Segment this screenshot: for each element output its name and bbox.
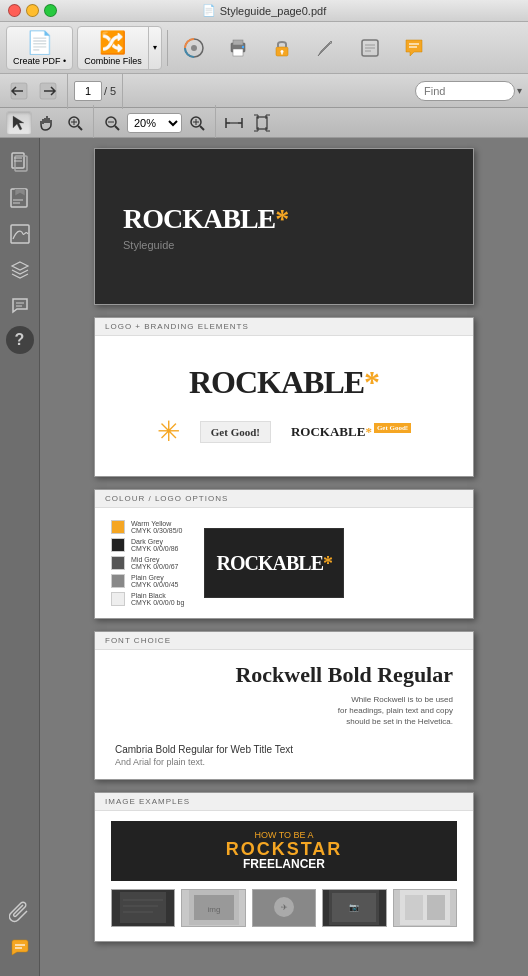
pencil-icon [312,34,340,62]
toolbar3-separator-2 [215,105,216,141]
swatch-mid-box [111,556,125,570]
page2-main-logo: ROCKABLE* [189,364,379,401]
swatch-mid: Mid Grey CMYK 0/0/0/67 [111,556,184,570]
swatch-yellow: Warm Yellow CMYK 0/30/85/0 [111,520,184,534]
thumbnail-4: 📷 [322,889,386,927]
swatch-yellow-label: Warm Yellow CMYK 0/30/85/0 [131,520,182,534]
minimize-button[interactable] [26,4,39,17]
swatch-white: Plain Black CMYK 0/0/0/0 bg [111,592,184,606]
swatch-white-label: Plain Black CMYK 0/0/0/0 bg [131,592,184,606]
page1-subtitle: Styleguide [123,239,174,251]
window-controls[interactable] [8,4,57,17]
toolbar-nav: / 5 ▾ [0,74,528,108]
selection-tool-button[interactable] [6,111,32,135]
combine-files-icon: 🔀 [99,30,126,56]
zoom-tool-button[interactable] [62,111,88,135]
maximize-button[interactable] [44,4,57,17]
security-button[interactable] [261,26,303,70]
find-input[interactable] [415,81,515,101]
thumbnail-2: img [181,889,245,927]
find-box: ▾ [415,81,522,101]
swatch-mid-label: Mid Grey CMYK 0/0/0/67 [131,556,178,570]
hand-tool-button[interactable] [34,111,60,135]
sidebar-item-signatures[interactable] [4,218,36,250]
swatch-white-box [111,592,125,606]
sidebar-item-chat[interactable] [4,932,36,964]
pdf-page-5: IMAGE EXAMPLES HOW TO BE A ROCKSTAR FREE… [94,792,474,942]
sidebar-item-comments[interactable] [4,290,36,322]
close-button[interactable] [8,4,21,17]
toolbar-main: 📄 Create PDF • 🔀 Combine Files ▾ [0,22,528,74]
image-thumbnails: img ✈ 📷 [111,889,457,927]
pdf-page-4: FONT CHOICE Rockwell Bold Regular While … [94,631,474,780]
sidebar-item-bookmarks[interactable] [4,182,36,214]
page-number-input[interactable] [74,81,102,101]
secondary-font-desc: And Arial for plain text. [115,757,453,767]
edit-button[interactable] [305,26,347,70]
total-pages: / 5 [104,85,116,97]
comment-button[interactable] [393,26,435,70]
fit-width-button[interactable] [221,111,247,135]
svg-point-5 [242,45,244,47]
forms-button[interactable] [349,26,391,70]
toolbar2-separator-2 [122,73,123,109]
sidebar-item-help[interactable]: ? [6,326,34,354]
primary-font-name: Rockwell Bold Regular [115,662,453,688]
swatch-plain-label: Plain Grey CMYK 0/0/0/45 [131,574,178,588]
svg-line-19 [78,126,82,130]
zoom-select[interactable]: 20% 50% 75% 100% 150% [127,113,182,133]
sidebar-item-attachments[interactable] [4,896,36,928]
swatch-dark-label: Dark Grey CMYK 0/0/0/86 [131,538,178,552]
primary-font-desc: While Rockwell is to be usedfor headings… [115,694,453,728]
lock-icon [268,34,296,62]
page1-logo: ROCKABLE* [123,203,288,235]
page3-content: Warm Yellow CMYK 0/30/85/0 Dark Grey CMY… [95,508,473,618]
page3-header: COLOUR / LOGO OPTIONS [95,490,473,508]
svg-line-23 [115,126,119,130]
dark-logo-preview: ROCKABLE* [204,528,344,598]
small-logo-with-tag: ROCKABLE*Get Good! [291,424,411,440]
toolbar2-separator-1 [67,73,68,109]
combine-files-main[interactable]: 🔀 Combine Files [78,28,148,68]
title-text: 📄 Styleguide_page0.pdf [202,4,326,17]
create-pdf-button[interactable]: 📄 Create PDF • [6,26,73,70]
title-bar: 📄 Styleguide_page0.pdf [0,0,528,22]
create-pdf-main[interactable]: 📄 Create PDF • [7,28,72,68]
page4-content: Rockwell Bold Regular While Rockwell is … [95,650,473,779]
print-button[interactable] [217,26,259,70]
back-button[interactable] [6,79,32,103]
zoom-out-button[interactable] [99,111,125,135]
window-title: Styleguide_page0.pdf [220,5,326,17]
sidebar-item-layers[interactable] [4,254,36,286]
swatch-plain-box [111,574,125,588]
find-dropdown-icon[interactable]: ▾ [517,85,522,96]
zoom-in-button[interactable] [184,111,210,135]
create-pdf-label: Create PDF • [13,56,66,66]
color-swatches: Warm Yellow CMYK 0/30/85/0 Dark Grey CMY… [111,520,184,606]
svg-point-1 [191,45,197,51]
swatch-plain: Plain Grey CMYK 0/0/0/45 [111,574,184,588]
combine-files-button[interactable]: 🔀 Combine Files ▾ [77,26,162,70]
swatch-dark-box [111,538,125,552]
star-icon: ✳ [157,415,180,448]
page2-header: LOGO + BRANDING ELEMENTS [95,318,473,336]
pdf-page-2: LOGO + BRANDING ELEMENTS ROCKABLE* ✳ Get… [94,317,474,477]
sidebar: ? [0,138,40,976]
svg-text:img: img [207,905,220,914]
svg-point-7 [280,50,283,53]
color-icon [180,34,208,62]
thumbnail-3: ✈ [252,889,316,927]
svg-text:📷: 📷 [349,902,359,912]
combine-files-dropdown[interactable]: ▾ [148,27,161,69]
rockstar-title: HOW TO BE A ROCKSTAR FREELANCER [226,831,343,870]
pdf-page-1: ROCKABLE* Styleguide [94,148,474,305]
pdf-content-area[interactable]: ROCKABLE* Styleguide LOGO + BRANDING ELE… [40,138,528,976]
comment-icon [400,34,428,62]
fit-page-button[interactable] [249,111,275,135]
secondary-font-name: Cambria Bold Regular for Web Title Text [115,744,453,755]
forward-button[interactable] [35,79,61,103]
color-button[interactable] [173,26,215,70]
page5-content: HOW TO BE A ROCKSTAR FREELANCER [95,811,473,941]
svg-rect-40 [11,225,29,243]
sidebar-item-pages[interactable] [4,146,36,178]
